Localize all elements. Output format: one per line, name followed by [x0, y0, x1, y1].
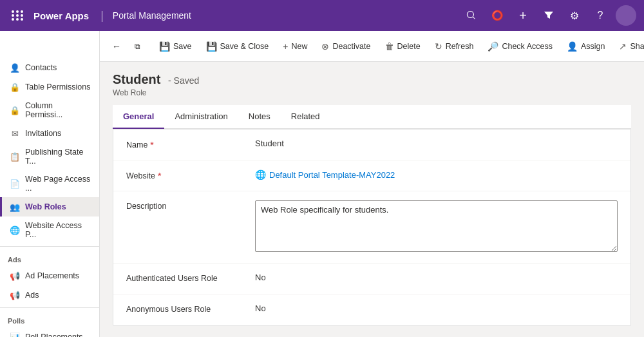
app-brand: Power Apps [33, 10, 89, 21]
ad-placements-icon: 📢 [10, 271, 20, 281]
sidebar-item-label: Ad Placements [25, 271, 79, 280]
assign-icon: 👤 [567, 41, 578, 52]
hamburger-icon [10, 37, 26, 52]
settings-icon[interactable]: ⚙ [564, 5, 585, 26]
sidebar-item-label: Contacts [25, 63, 57, 72]
table-permissions-icon: 🔒 [10, 82, 20, 92]
sidebar-item-invitations[interactable]: ✉ Invitations [0, 124, 99, 143]
sidebar-item-label: Web Roles [25, 202, 66, 211]
sidebar-item-ads[interactable]: 📢 Ads [0, 285, 99, 305]
share-button[interactable]: ↗ Share [612, 38, 644, 55]
new-button[interactable]: + New [276, 38, 314, 55]
filter-icon[interactable] [538, 5, 559, 26]
search-icon[interactable] [461, 5, 482, 26]
form-row-anonymous-users: Anonymous Users Role No [113, 294, 630, 325]
detach-button[interactable]: ⧉ [128, 37, 146, 55]
share-icon: ↗ [619, 41, 627, 52]
ads-section-label: Ads [0, 249, 99, 266]
form-row-name: Name * Student [113, 130, 630, 160]
form-row-description: Description Web Role specifically for st… [113, 191, 630, 264]
sidebar-item-table-permissions[interactable]: 🔒 Table Permissions [0, 77, 99, 97]
website-access-icon: 🌐 [10, 225, 20, 235]
sidebar-item-label: Web Page Access ... [25, 175, 91, 193]
website-link[interactable]: 🌐 Default Portal Template-MAY2022 [255, 169, 618, 180]
main-content: ← ⧉ 💾 Save 💾 Save & Close + New ⊗ Deacti… [100, 31, 644, 337]
save-close-button[interactable]: 💾 Save & Close [200, 38, 276, 55]
page-title: Portal Management [113, 10, 191, 21]
contacts-icon: 👤 [10, 63, 20, 73]
sidebar-item-website-access[interactable]: 🌐 Website Access P... [0, 217, 99, 244]
save-icon: 💾 [159, 41, 170, 52]
sidebar-item-web-roles[interactable]: 👥 Web Roles [0, 197, 99, 217]
deactivate-button[interactable]: ⊗ Deactivate [315, 38, 377, 55]
publishing-state-icon: 📋 [10, 151, 20, 162]
sidebar-item-contacts[interactable]: 👤 Contacts [0, 58, 99, 77]
sidebar: 👤 Contacts 🔒 Table Permissions 🔒 Column … [0, 31, 100, 337]
tab-general[interactable]: General [113, 105, 164, 129]
column-permissions-icon: 🔒 [10, 105, 20, 115]
sidebar-item-poll-placements[interactable]: 📊 Poll Placements [0, 327, 99, 337]
assign-button[interactable]: 👤 Assign [560, 38, 612, 55]
top-navigation: Power Apps | Portal Management ⭕ + ⚙ ? [0, 0, 644, 31]
refresh-icon: ↻ [435, 41, 442, 52]
sidebar-item-label: Poll Placements [25, 332, 83, 337]
sidebar-item-publishing-state[interactable]: 📋 Publishing State T... [0, 143, 99, 170]
feedback-icon[interactable]: ⭕ [487, 5, 507, 26]
globe-icon: 🌐 [255, 169, 266, 180]
tab-administration[interactable]: Administration [164, 105, 238, 129]
website-required: * [158, 171, 161, 181]
content-area: Student - Saved Web Role General Adminis… [100, 62, 644, 337]
add-icon[interactable]: + [513, 5, 533, 26]
apps-grid-button[interactable] [8, 6, 27, 25]
save-close-icon: 💾 [206, 41, 217, 52]
user-avatar[interactable] [616, 5, 636, 26]
anonymous-users-label: Anonymous Users Role [126, 303, 255, 314]
sidebar-item-ad-placements[interactable]: 📢 Ad Placements [0, 266, 99, 285]
record-title: Student [113, 72, 160, 86]
website-label: Website * [126, 169, 255, 181]
authenticated-users-value: No [255, 273, 618, 282]
form-card: Name * Student Website * 🌐 Default Porta [113, 129, 631, 326]
delete-icon: 🗑 [385, 41, 394, 52]
form-row-authenticated-users: Authenticated Users Role No [113, 264, 630, 294]
delete-button[interactable]: 🗑 Delete [379, 38, 427, 55]
sidebar-item-label: Invitations [25, 129, 61, 138]
nav-separator: | [100, 9, 104, 23]
sidebar-item-label: Table Permissions [25, 82, 90, 91]
web-page-access-icon: 📄 [10, 178, 20, 189]
anonymous-users-value: No [255, 303, 618, 313]
save-button[interactable]: 💾 Save [153, 38, 198, 55]
sidebar-item-label: Website Access P... [25, 221, 91, 239]
sidebar-item-column-permissions[interactable]: 🔒 Column Permissi... [0, 97, 99, 124]
nav-buttons: ← ⧉ [108, 37, 146, 55]
back-button[interactable]: ← [108, 37, 126, 55]
sidebar-item-web-page-access[interactable]: 📄 Web Page Access ... [0, 170, 99, 197]
web-roles-icon: 👥 [10, 202, 20, 212]
poll-placements-icon: 📊 [10, 332, 20, 337]
nav-icons: ⭕ + ⚙ ? [461, 5, 636, 26]
refresh-button[interactable]: ↻ Refresh [428, 38, 480, 55]
tab-notes[interactable]: Notes [238, 105, 281, 129]
name-label: Name * [126, 139, 255, 150]
form-tabs: General Administration Notes Related [113, 105, 631, 129]
sidebar-collapse-btn[interactable] [0, 31, 99, 58]
name-value: Student [255, 139, 618, 148]
polls-section-label: Polls [0, 311, 99, 327]
website-value: 🌐 Default Portal Template-MAY2022 [255, 169, 618, 180]
name-required: * [150, 140, 153, 150]
description-textarea[interactable]: Web Role specifically for students. [255, 200, 618, 252]
record-type: Web Role [113, 88, 631, 97]
description-label: Description [126, 200, 255, 211]
description-value: Web Role specifically for students. [255, 200, 618, 254]
invitations-icon: ✉ [10, 128, 20, 139]
new-icon: + [283, 41, 288, 52]
record-saved-status: - Saved [168, 75, 199, 86]
sidebar-item-label: Column Permissi... [25, 101, 91, 119]
authenticated-users-label: Authenticated Users Role [126, 273, 255, 283]
help-icon[interactable]: ? [590, 5, 611, 26]
tab-related[interactable]: Related [281, 105, 330, 129]
command-bar: ← ⧉ 💾 Save 💾 Save & Close + New ⊗ Deacti… [100, 31, 644, 62]
check-access-button[interactable]: 🔎 Check Access [481, 38, 559, 55]
sidebar-item-label: Publishing State T... [25, 148, 91, 166]
record-header: Student - Saved Web Role [113, 72, 631, 97]
